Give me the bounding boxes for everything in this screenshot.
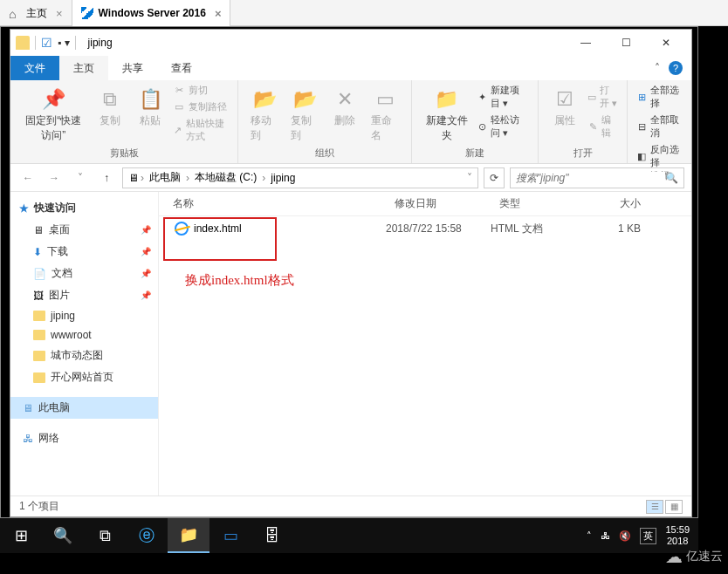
copy-icon: ⧉: [98, 87, 122, 112]
refresh-button[interactable]: ⟳: [484, 167, 505, 188]
nav-this-pc[interactable]: 🖥此电脑: [10, 397, 158, 419]
open-icon: ▭: [587, 91, 596, 103]
start-button[interactable]: ⊞: [0, 518, 42, 553]
col-type[interactable]: 类型: [491, 196, 587, 211]
tab-share[interactable]: 共享: [108, 56, 157, 80]
windows-icon: [81, 7, 93, 19]
nav-pictures[interactable]: 🖼图片📌: [10, 284, 158, 306]
server-manager-taskbar[interactable]: 🗄: [251, 518, 293, 553]
paste-button[interactable]: 📋 粘贴: [133, 84, 168, 132]
maximize-button[interactable]: ☐: [606, 30, 646, 56]
folder-icon: [33, 311, 45, 321]
crumb-folder[interactable]: jiping: [267, 172, 299, 184]
nav-citygif[interactable]: 城市动态图: [10, 345, 158, 366]
copy-button[interactable]: ⧉ 复制: [93, 84, 127, 132]
search-icon[interactable]: 🔍: [665, 172, 678, 184]
nav-desktop[interactable]: 🖥桌面📌: [10, 219, 158, 241]
status-bar: 1 个项目 ☰ ▦: [10, 495, 691, 516]
search-button[interactable]: 🔍: [42, 518, 84, 553]
search-input[interactable]: [516, 172, 665, 184]
collapse-ribbon-icon[interactable]: ˄: [655, 62, 660, 74]
tray-chevron-icon[interactable]: ˄: [587, 530, 592, 542]
icons-view-button[interactable]: ▦: [665, 500, 683, 514]
help-icon[interactable]: ?: [669, 61, 683, 75]
select-none-button[interactable]: ⊟全部取消: [636, 113, 683, 140]
pin-quick-access-button[interactable]: 📌 固定到“快速访问”: [19, 84, 87, 147]
browser-tab-strip: 主页 × Windows Server 2016 ×: [0, 0, 728, 26]
quick-access-dropdown[interactable]: ▪ ▾: [58, 37, 70, 49]
tray-clock[interactable]: 15:59 2018: [665, 524, 690, 547]
crumb-pc[interactable]: 此电脑: [146, 170, 184, 185]
forward-button[interactable]: →: [44, 167, 65, 188]
nav-happysite[interactable]: 开心网站首页: [10, 366, 158, 388]
annotation-text: 换成index.html格式: [185, 272, 294, 289]
easy-access-icon: ⊙: [477, 120, 488, 133]
nav-network[interactable]: 🖧网络: [10, 427, 158, 449]
details-view-button[interactable]: ☰: [646, 500, 663, 514]
properties-button[interactable]: ☑属性: [547, 84, 582, 132]
column-headers: 名称 修改日期 类型 大小: [159, 192, 691, 216]
nav-jiping[interactable]: jiping: [10, 306, 158, 325]
browser-tab-home[interactable]: 主页 ×: [0, 0, 72, 26]
nav-downloads[interactable]: ⬇下载📌: [10, 241, 158, 263]
crumb-drive[interactable]: 本地磁盘 (C:): [191, 170, 260, 185]
pin-icon: 📌: [141, 247, 151, 256]
minimize-button[interactable]: —: [566, 30, 606, 56]
tab-view[interactable]: 查看: [157, 56, 206, 80]
history-dropdown[interactable]: ˅: [70, 167, 91, 188]
col-size[interactable]: 大小: [587, 196, 656, 211]
col-name[interactable]: 名称: [159, 196, 386, 211]
pc-icon: 🖥: [128, 172, 139, 184]
explorer-taskbar[interactable]: 📁: [168, 518, 209, 553]
select-all-button[interactable]: ⊞全部选择: [636, 84, 683, 110]
app-taskbar-1[interactable]: ▭: [209, 518, 251, 553]
move-icon: 📂: [252, 87, 277, 112]
ie-taskbar[interactable]: ⓔ: [126, 518, 168, 553]
task-view-button[interactable]: ⧉: [84, 518, 126, 553]
edit-button[interactable]: ✎编辑: [587, 113, 618, 140]
file-row[interactable]: index.html 2018/7/22 15:58 HTML 文档 1 KB: [159, 216, 691, 241]
ribbon-group-select: ⊞全部选择 ⊟全部取消 ◧反向选择 选择: [628, 80, 691, 163]
breadcrumb[interactable]: 🖥 › 此电脑 › 本地磁盘 (C:) › jiping ˅: [122, 167, 478, 188]
close-button[interactable]: ✕: [646, 30, 686, 56]
ime-indicator[interactable]: 英: [640, 528, 656, 544]
nav-quick-access[interactable]: ★快速访问: [10, 197, 158, 219]
folder-icon: [33, 351, 45, 361]
tab-file[interactable]: 文件: [10, 56, 59, 80]
invert-selection-button[interactable]: ◧反向选择: [636, 143, 683, 169]
col-date[interactable]: 修改日期: [386, 196, 491, 211]
nav-wwwroot[interactable]: wwwroot: [10, 325, 158, 345]
folder-icon: [33, 372, 45, 383]
watermark: ☁ 亿速云: [665, 546, 723, 567]
new-item-button[interactable]: ✦新建项目 ▾: [477, 84, 529, 110]
back-button[interactable]: ←: [17, 167, 38, 188]
up-button[interactable]: ↑: [96, 167, 117, 188]
browser-tab-winserver[interactable]: Windows Server 2016 ×: [72, 0, 231, 26]
pictures-icon: 🖼: [33, 290, 44, 302]
downloads-icon: ⬇: [33, 246, 42, 258]
group-label: 剪贴板: [19, 147, 229, 161]
tray-network-icon[interactable]: 🖧: [601, 530, 610, 541]
easy-access-button[interactable]: ⊙轻松访问 ▾: [477, 113, 529, 140]
tray-volume-icon[interactable]: 🔇: [619, 530, 631, 542]
copy-path-button[interactable]: ▭复制路径: [173, 100, 229, 113]
cut-button[interactable]: ✂剪切: [173, 84, 229, 97]
close-icon[interactable]: ×: [52, 7, 63, 20]
delete-button[interactable]: ✕删除: [327, 84, 362, 132]
rename-button[interactable]: ▭重命名: [367, 84, 402, 147]
nav-documents[interactable]: 📄文档📌: [10, 263, 158, 284]
copy-to-button[interactable]: 📂复制到: [287, 84, 322, 147]
copyto-icon: 📂: [292, 87, 317, 112]
open-button[interactable]: ▭打开 ▾: [587, 84, 618, 110]
new-folder-button[interactable]: 📁新建文件夹: [421, 84, 471, 147]
address-dropdown-icon[interactable]: ˅: [467, 172, 472, 184]
tab-home[interactable]: 主页: [59, 56, 108, 80]
quick-access-checkbox[interactable]: ☑: [41, 36, 52, 50]
paste-shortcut-button[interactable]: ↗粘贴快捷方式: [173, 117, 229, 143]
window-title: jiping: [88, 37, 113, 49]
group-label: 组织: [247, 147, 402, 161]
move-to-button[interactable]: 📂移动到: [247, 84, 282, 147]
folder-icon: [33, 330, 45, 340]
close-icon[interactable]: ×: [211, 7, 222, 20]
search-box[interactable]: 🔍: [510, 167, 684, 188]
